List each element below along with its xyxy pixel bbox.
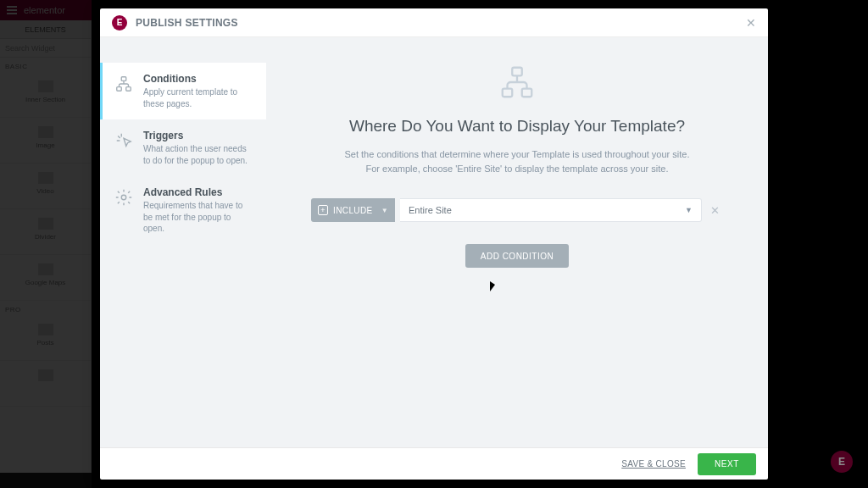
- scope-selected-value: Entire Site: [409, 205, 452, 215]
- chevron-down-icon: ▼: [381, 207, 388, 214]
- sidebar-item-conditions[interactable]: Conditions Apply current template to the…: [100, 63, 266, 119]
- sidebar-item-desc: Apply current template to these pages.: [143, 86, 254, 109]
- svg-point-3: [121, 195, 126, 200]
- next-button[interactable]: NEXT: [698, 453, 756, 475]
- chevron-down-icon: ▼: [685, 206, 693, 214]
- sidebar-item-title: Conditions: [143, 73, 254, 85]
- plus-square-icon: +: [318, 205, 328, 215]
- sidebar-item-desc: What action the user needs to do for the…: [143, 143, 254, 166]
- svg-rect-1: [117, 87, 122, 92]
- save-and-close-link[interactable]: SAVE & CLOSE: [621, 459, 686, 469]
- modal-body: Conditions Apply current template to the…: [100, 37, 768, 447]
- sidebar-item-desc: Requirements that have to be met for the…: [143, 200, 254, 235]
- svg-rect-4: [512, 68, 522, 76]
- close-icon[interactable]: ✕: [746, 16, 756, 30]
- modal-title: PUBLISH SETTINGS: [136, 17, 238, 29]
- modal-sidebar: Conditions Apply current template to the…: [100, 37, 266, 447]
- remove-condition-icon[interactable]: ✕: [707, 204, 723, 217]
- main-heading: Where Do You Want to Display Your Templa…: [349, 117, 685, 136]
- include-toggle[interactable]: + INCLUDE ▼: [311, 198, 395, 222]
- svg-rect-6: [522, 89, 532, 97]
- modal-main: Where Do You Want to Display Your Templa…: [266, 37, 768, 447]
- hierarchy-large-icon: [498, 63, 537, 102]
- sidebar-item-advanced-rules[interactable]: Advanced Rules Requirements that have to…: [100, 176, 266, 245]
- modal-footer: SAVE & CLOSE NEXT: [100, 447, 768, 480]
- scope-select[interactable]: Entire Site ▼: [400, 198, 702, 222]
- svg-rect-0: [121, 77, 126, 81]
- sidebar-item-title: Advanced Rules: [143, 186, 254, 198]
- add-condition-button[interactable]: ADD CONDITION: [465, 244, 570, 268]
- main-description: Set the conditions that determine where …: [344, 147, 689, 176]
- svg-rect-2: [126, 87, 131, 92]
- condition-row: + INCLUDE ▼ Entire Site ▼ ✕: [311, 198, 723, 222]
- publish-settings-modal: E PUBLISH SETTINGS ✕ Conditions Apply cu…: [100, 8, 768, 480]
- hierarchy-icon: [113, 73, 135, 95]
- gear-icon: [113, 186, 135, 208]
- click-icon: [113, 130, 135, 152]
- modal-header: E PUBLISH SETTINGS ✕: [100, 8, 768, 37]
- sidebar-item-title: Triggers: [143, 130, 254, 141]
- svg-rect-5: [503, 89, 513, 97]
- include-label: INCLUDE: [333, 206, 373, 215]
- elementor-logo-icon: E: [112, 15, 127, 30]
- sidebar-item-triggers[interactable]: Triggers What action the user needs to d…: [100, 119, 266, 176]
